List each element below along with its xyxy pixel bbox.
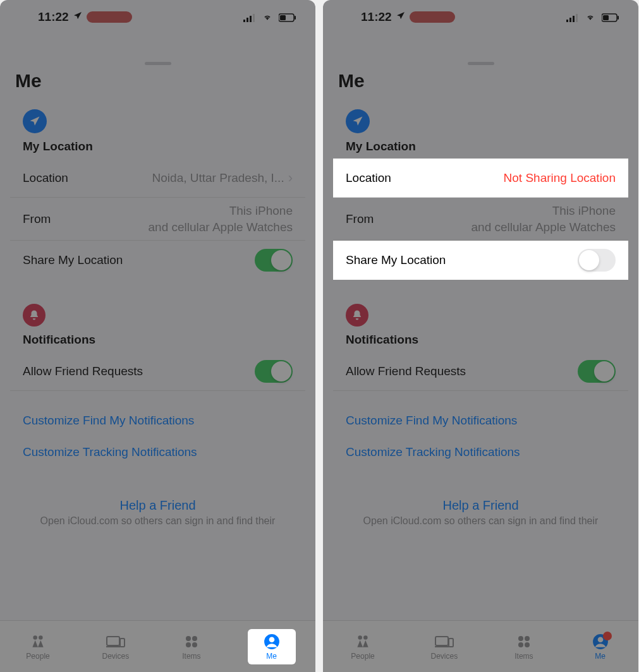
location-row[interactable]: Location Not Sharing Location — [333, 159, 628, 198]
tab-devices[interactable]: Devices — [95, 629, 135, 664]
help-a-friend-sub: Open iCloud.com so others can sign in an… — [333, 515, 628, 527]
svg-point-12 — [186, 636, 191, 641]
svg-rect-11 — [120, 639, 125, 647]
svg-rect-29 — [449, 639, 453, 647]
notifications-title: Notifications — [10, 329, 305, 352]
share-my-location-label: Share My Location — [23, 253, 123, 267]
share-my-location-toggle[interactable] — [255, 249, 293, 272]
me-sheet: Me My Location Location Not Sharing Loca… — [323, 56, 638, 672]
my-location-card: My Location Location Not Sharing Locatio… — [333, 102, 628, 280]
svg-rect-1 — [246, 18, 248, 22]
location-arrow-icon — [396, 10, 406, 24]
svg-point-30 — [518, 636, 523, 641]
from-value-1: This iPhone — [472, 203, 616, 219]
wifi-icon — [261, 10, 274, 24]
tab-me[interactable]: Me — [248, 629, 296, 664]
from-value-2: and cellular Apple Watches — [149, 219, 293, 236]
bell-circle-icon — [346, 304, 368, 327]
tab-people[interactable]: People — [344, 629, 380, 664]
svg-rect-6 — [295, 16, 296, 20]
svg-point-15 — [192, 642, 197, 647]
tab-devices[interactable]: Devices — [424, 629, 464, 664]
svg-point-31 — [525, 636, 530, 641]
people-icon — [353, 633, 373, 651]
tab-devices-label: Devices — [102, 652, 129, 661]
allow-friend-requests-toggle[interactable] — [578, 360, 616, 383]
share-my-location-label: Share My Location — [346, 253, 446, 267]
phone-left: 11:22 Me — [0, 0, 315, 672]
help-a-friend-title: Help a Friend — [10, 498, 305, 513]
svg-point-17 — [269, 637, 274, 642]
from-value-2: and cellular Apple Watches — [472, 219, 616, 236]
svg-rect-20 — [573, 16, 575, 22]
redacted-area — [87, 11, 132, 23]
svg-point-14 — [186, 642, 191, 647]
tab-me-label: Me — [595, 652, 606, 661]
svg-point-33 — [525, 642, 530, 647]
battery-icon — [602, 10, 619, 24]
share-my-location-row: Share My Location — [10, 241, 305, 280]
cellular-icon — [243, 10, 256, 24]
notification-dot — [603, 632, 612, 640]
tab-items[interactable]: Items — [508, 629, 540, 664]
page-title: Me — [0, 65, 315, 102]
help-a-friend-title: Help a Friend — [333, 498, 628, 513]
notifications-title: Notifications — [333, 329, 628, 352]
tab-items-label: Items — [514, 652, 533, 661]
svg-point-7 — [33, 635, 37, 640]
tab-items-label: Items — [182, 652, 200, 661]
tab-people[interactable]: People — [20, 629, 56, 664]
help-a-friend-block[interactable]: Help a Friend Open iCloud.com so others … — [10, 498, 305, 527]
share-my-location-row: Share My Location — [333, 241, 628, 280]
customize-findmy-notifications-link[interactable]: Customize Find My Notifications — [10, 405, 305, 436]
svg-point-35 — [597, 637, 603, 642]
status-bar: 11:22 — [323, 0, 638, 34]
wifi-icon — [584, 10, 597, 24]
status-time: 11:22 — [361, 10, 392, 24]
from-value-1: This iPhone — [149, 203, 293, 219]
my-location-card: My Location Location Noida, Uttar Prades… — [10, 102, 305, 280]
location-circle-icon — [23, 109, 47, 133]
svg-point-8 — [39, 635, 43, 640]
redacted-area — [410, 11, 455, 23]
allow-friend-requests-row: Allow Friend Requests — [333, 352, 628, 391]
tab-bar: People Devices Items Me — [0, 620, 315, 672]
from-row: From This iPhone and cellular Apple Watc… — [333, 198, 628, 241]
svg-rect-18 — [566, 20, 568, 22]
share-my-location-toggle[interactable] — [578, 249, 616, 272]
svg-point-25 — [358, 635, 362, 640]
svg-point-26 — [363, 635, 368, 640]
tab-people-label: People — [351, 652, 374, 661]
people-icon — [28, 633, 48, 651]
my-location-title: My Location — [10, 136, 305, 159]
svg-rect-3 — [253, 14, 255, 22]
cellular-icon — [566, 10, 579, 24]
bell-circle-icon — [23, 304, 46, 327]
svg-rect-23 — [603, 15, 609, 20]
battery-icon — [279, 10, 296, 24]
allow-friend-requests-label: Allow Friend Requests — [346, 364, 466, 378]
help-a-friend-block[interactable]: Help a Friend Open iCloud.com so others … — [333, 498, 628, 527]
from-row: From This iPhone and cellular Apple Watc… — [10, 198, 305, 241]
location-circle-icon — [346, 109, 370, 133]
notifications-card: Notifications Allow Friend Requests Cust… — [333, 296, 628, 468]
allow-friend-requests-label: Allow Friend Requests — [23, 364, 143, 378]
tab-me-label: Me — [266, 652, 277, 661]
svg-rect-27 — [435, 637, 448, 645]
my-location-title: My Location — [333, 136, 628, 159]
customize-tracking-notifications-link[interactable]: Customize Tracking Notifications — [10, 436, 305, 468]
allow-friend-requests-toggle[interactable] — [255, 360, 293, 383]
notifications-card: Notifications Allow Friend Requests Cust… — [10, 296, 305, 468]
customize-tracking-notifications-link[interactable]: Customize Tracking Notifications — [333, 436, 628, 468]
svg-point-13 — [192, 636, 197, 641]
svg-rect-21 — [576, 14, 578, 22]
tab-items[interactable]: Items — [175, 629, 208, 664]
svg-rect-5 — [280, 15, 286, 20]
tab-me[interactable]: Me — [584, 629, 617, 664]
from-label: From — [23, 212, 51, 226]
devices-icon — [106, 633, 126, 651]
me-icon — [262, 633, 282, 651]
location-row[interactable]: Location Noida, Uttar Pradesh, I... › — [10, 159, 305, 198]
customize-findmy-notifications-link[interactable]: Customize Find My Notifications — [333, 405, 628, 436]
svg-rect-0 — [243, 20, 245, 22]
